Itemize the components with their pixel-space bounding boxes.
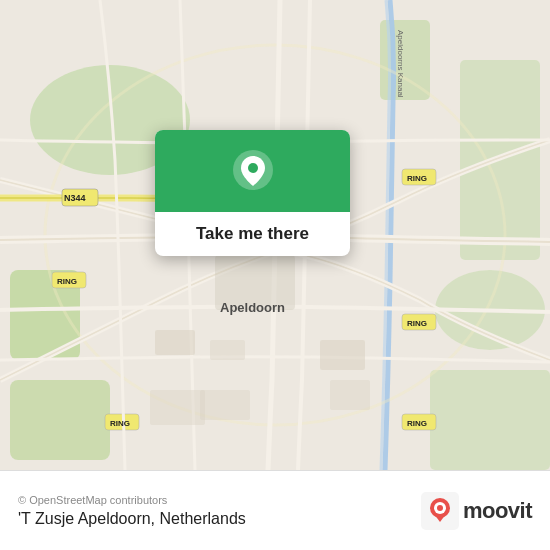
svg-text:RING: RING <box>407 174 427 183</box>
svg-text:RING: RING <box>57 277 77 286</box>
svg-rect-17 <box>320 340 365 370</box>
svg-text:Apeldoorn: Apeldoorn <box>220 300 285 315</box>
svg-text:RING: RING <box>110 419 130 428</box>
svg-text:N344: N344 <box>64 193 86 203</box>
svg-rect-7 <box>430 370 550 470</box>
moovit-logo: moovit <box>421 492 532 530</box>
popup-card-header <box>155 130 350 212</box>
location-pin-icon <box>231 148 275 192</box>
svg-point-35 <box>437 505 443 511</box>
popup-card: Take me there <box>155 130 350 256</box>
footer-info: © OpenStreetMap contributors 'T Zusje Ap… <box>18 494 246 528</box>
map-container: N344 RING RING RING RING RING Apeldoorn … <box>0 0 550 470</box>
moovit-brand-icon <box>421 492 459 530</box>
svg-rect-19 <box>330 380 370 410</box>
svg-rect-6 <box>10 380 110 460</box>
svg-text:Apeldoorns Kanaal: Apeldoorns Kanaal <box>396 30 405 98</box>
svg-rect-15 <box>155 330 195 355</box>
take-me-there-button[interactable]: Take me there <box>196 222 309 246</box>
moovit-brand-text: moovit <box>463 498 532 524</box>
svg-text:RING: RING <box>407 419 427 428</box>
footer-bar: © OpenStreetMap contributors 'T Zusje Ap… <box>0 470 550 550</box>
svg-rect-16 <box>210 340 245 360</box>
copyright-text: © OpenStreetMap contributors <box>18 494 246 506</box>
svg-rect-20 <box>200 390 250 420</box>
location-name: 'T Zusje Apeldoorn, Netherlands <box>18 510 246 528</box>
svg-rect-18 <box>150 390 205 425</box>
svg-text:RING: RING <box>407 319 427 328</box>
popup-card-body: Take me there <box>155 212 350 256</box>
svg-point-31 <box>248 163 258 173</box>
